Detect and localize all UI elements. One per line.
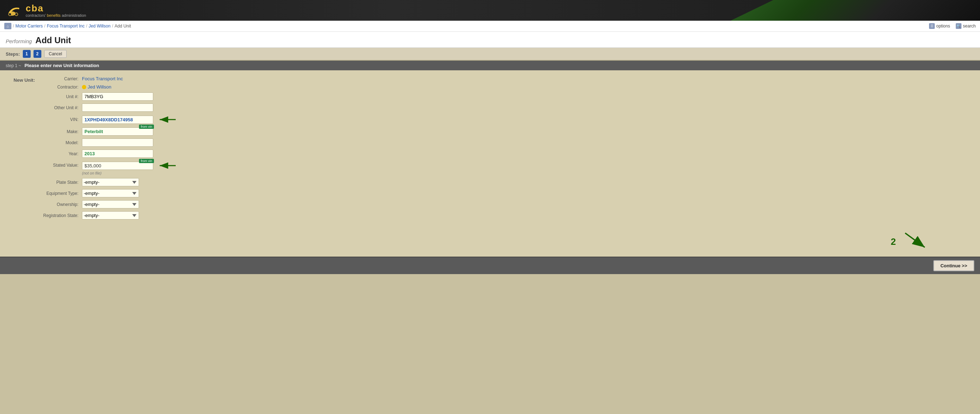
step2-annotation-area: 2 — [7, 230, 973, 251]
breadcrumb: ⌂ / Motor Carriers / Focus Transport Inc… — [4, 23, 131, 29]
contractor-row: Contractor: Jed Willson — [39, 84, 973, 90]
unit-num-label: Unit #: — [39, 94, 82, 99]
page-main-title: Add Unit — [35, 35, 71, 45]
vin-row: VIN: — [39, 115, 973, 125]
logo-cba: cba — [25, 3, 86, 14]
ownership-row: Ownership: -empty- OwnerLeased — [39, 200, 973, 208]
step-1-button[interactable]: 1 — [23, 50, 31, 58]
search-action[interactable]: 🔍 search — [956, 23, 976, 29]
year-row: Year: — [39, 150, 973, 158]
model-input[interactable] — [82, 139, 153, 147]
section-title: Please enter new Unit information — [25, 63, 99, 68]
search-icon: 🔍 — [956, 23, 961, 29]
plate-state-row: Plate State: -empty- ALAKAZCACO TXNYFL — [39, 178, 973, 186]
ownership-label: Ownership: — [39, 202, 82, 207]
contractor-value: Jed Willson — [88, 84, 111, 90]
svg-point-1 — [8, 13, 11, 16]
other-unit-row: Other Unit #: — [39, 104, 973, 112]
footer-bar: Continue >> — [0, 257, 980, 274]
logo-text: cba contractors' benefits administration — [25, 3, 86, 18]
header-actions: ☰ options 🔍 search — [929, 23, 976, 29]
make-from-vin-badge: from vin — [139, 125, 154, 129]
contractor-label: Contractor: — [39, 85, 82, 90]
form-area: New Unit: Carrier: Focus Transport Inc C… — [0, 70, 980, 257]
unit-num-row: Unit #: — [39, 93, 973, 101]
step2-annotation-number: 2 — [891, 236, 896, 247]
app-header: cba contractors' benefits administration — [0, 0, 980, 21]
registration-state-label: Registration State: — [39, 213, 82, 218]
stated-value-field-wrapper: from vin — [82, 161, 153, 170]
equipment-type-select[interactable]: -empty- TractorTrailerStraight Truck — [82, 189, 139, 197]
equipment-type-row: Equipment Type: -empty- TractorTrailerSt… — [39, 189, 973, 197]
stated-value-arrow-indicator — [156, 161, 177, 171]
make-row: Make: from vin — [39, 128, 973, 136]
steps-bar: Steps: 1 2 Cancel — [0, 48, 980, 61]
new-unit-label: New Unit: — [7, 76, 39, 222]
breadcrumb-motor-carriers[interactable]: Motor Carriers — [15, 24, 43, 29]
plate-state-select-wrapper: -empty- ALAKAZCACO TXNYFL — [82, 178, 139, 186]
breadcrumb-jed-willson[interactable]: Jed Willson — [89, 24, 110, 29]
breadcrumb-bar: ⌂ / Motor Carriers / Focus Transport Inc… — [0, 21, 980, 32]
logo-icon — [6, 3, 23, 18]
carrier-value: Focus Transport Inc — [82, 76, 123, 82]
search-label: search — [963, 24, 976, 29]
make-field-wrapper: from vin — [82, 128, 153, 136]
form-fields: Carrier: Focus Transport Inc Contractor:… — [39, 76, 973, 222]
vin-arrow-indicator — [156, 115, 177, 125]
vin-input[interactable] — [82, 116, 153, 124]
ownership-select-wrapper: -empty- OwnerLeased — [82, 200, 139, 208]
page-title-bar: Performing Add Unit — [0, 32, 980, 48]
breadcrumb-add-unit: Add Unit — [115, 24, 131, 29]
unit-num-input[interactable] — [82, 93, 153, 101]
breadcrumb-focus-transport[interactable]: Focus Transport Inc — [47, 24, 84, 29]
step-2-button[interactable]: 2 — [33, 50, 41, 58]
model-label: Model: — [39, 140, 82, 145]
stated-value-wrapper: from vin (not — [82, 161, 177, 175]
equipment-type-select-wrapper: -empty- TractorTrailerStraight Truck — [82, 189, 139, 197]
options-icon: ☰ — [929, 23, 935, 29]
logo-sub: contractors' benefits administration — [25, 13, 86, 18]
stated-value-label: Stated Value: — [39, 161, 82, 168]
vin-label: VIN: — [39, 117, 82, 122]
home-icon[interactable]: ⌂ — [4, 23, 11, 29]
ownership-select[interactable]: -empty- OwnerLeased — [82, 200, 139, 208]
svg-line-8 — [905, 233, 925, 247]
step-indicator: step 1 ~ — [6, 63, 21, 68]
registration-state-select-wrapper: -empty- ALAKTXCA — [82, 211, 139, 219]
registration-state-select[interactable]: -empty- ALAKTXCA — [82, 211, 139, 219]
plate-state-label: Plate State: — [39, 180, 82, 185]
options-label: options — [936, 24, 950, 29]
not-on-file-text: (not on file) — [82, 171, 177, 175]
carrier-row: Carrier: Focus Transport Inc — [39, 76, 973, 82]
registration-state-row: Registration State: -empty- ALAKTXCA — [39, 211, 973, 219]
other-unit-input[interactable] — [82, 104, 153, 112]
options-action[interactable]: ☰ options — [929, 23, 950, 29]
cancel-button[interactable]: Cancel — [44, 50, 67, 58]
performing-label: Performing — [6, 38, 32, 44]
stated-value-row: Stated Value: from vin — [39, 161, 973, 175]
year-label: Year: — [39, 151, 82, 156]
continue-button[interactable]: Continue >> — [933, 260, 974, 271]
header-road-decoration — [730, 0, 980, 21]
svg-point-2 — [15, 13, 18, 16]
year-input[interactable] — [82, 150, 153, 158]
carrier-label: Carrier: — [39, 77, 82, 82]
equipment-type-label: Equipment Type: — [39, 191, 82, 196]
section-header: step 1 ~ Please enter new Unit informati… — [0, 61, 980, 70]
other-unit-label: Other Unit #: — [39, 105, 82, 110]
make-label: Make: — [39, 129, 82, 134]
performing-title: Performing Add Unit — [6, 35, 974, 45]
step2-arrow-down-right — [902, 230, 930, 251]
contractor-icon — [82, 85, 86, 89]
stated-value-from-vin-badge: from vin — [139, 159, 154, 163]
steps-label: Steps: — [6, 51, 20, 57]
logo: cba contractors' benefits administration — [6, 3, 86, 18]
model-row: Model: — [39, 139, 973, 147]
new-unit-section: New Unit: Carrier: Focus Transport Inc C… — [7, 76, 973, 222]
plate-state-select[interactable]: -empty- ALAKAZCACO TXNYFL — [82, 178, 139, 186]
